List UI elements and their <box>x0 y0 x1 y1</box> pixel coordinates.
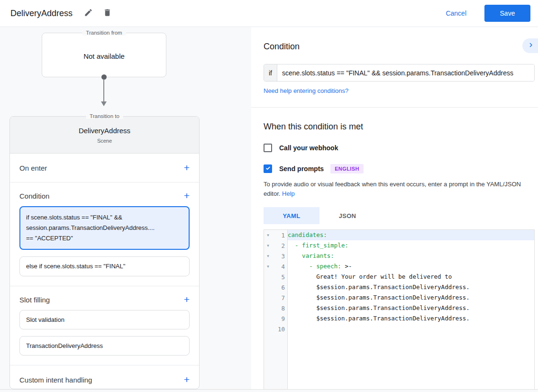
code-line[interactable]: $session.params.TransactionDeliveryAddre… <box>288 292 534 303</box>
slot-card-validation[interactable]: Slot validation <box>19 310 190 329</box>
on-enter-section: On enter + <box>10 154 199 182</box>
send-prompts-checkbox[interactable] <box>264 164 272 173</box>
yaml-code-editor[interactable]: ▾ 1 candidates: ▾ 2 - first_simple: ▾ 3 <box>264 229 535 389</box>
add-custom-intent-button[interactable]: + <box>184 375 190 384</box>
editor-line: ▾ 2 - first_simple: <box>264 240 534 251</box>
line-number: 9 <box>272 315 287 322</box>
line-number: 2 <box>272 242 287 249</box>
code-line[interactable]: $session.params.TransactionDeliveryAddre… <box>288 313 534 324</box>
line-number: 8 <box>272 305 287 312</box>
add-condition-button[interactable]: + <box>184 191 190 200</box>
line-number: 1 <box>272 232 287 239</box>
condition-expression-input[interactable] <box>277 64 534 81</box>
editor-gutter: ▾ 2 <box>264 240 288 251</box>
condition-heading: Condition <box>264 42 538 52</box>
custom-intent-section: Custom intent handling + <box>10 365 199 389</box>
webhook-label[interactable]: Call your webhook <box>279 144 338 152</box>
condition-section: Condition + if scene.slots.status == "FI… <box>10 182 199 286</box>
code-plain: Great! Your order will be delivered to <box>288 273 452 280</box>
fold-caret-icon[interactable]: ▾ <box>264 243 272 248</box>
when-met-heading: When this condition is met <box>264 122 538 132</box>
editor-line: 10 <box>264 324 534 334</box>
code-line[interactable]: candidates: <box>288 230 534 240</box>
editor-line: 6 $session.params.TransactionDeliveryAdd… <box>264 282 534 292</box>
scene-type: Scene <box>10 138 199 144</box>
arrow-down-icon <box>101 101 107 106</box>
add-on-enter-button[interactable]: + <box>184 164 190 172</box>
code-line[interactable] <box>288 324 534 334</box>
editor-filler <box>264 334 534 389</box>
editor-empty-area[interactable] <box>288 334 534 389</box>
page-title: DeliveryAddress <box>10 9 73 18</box>
tab-json[interactable]: JSON <box>319 207 375 224</box>
code-plain: $session.params.TransactionDeliveryAddre… <box>288 304 470 311</box>
edit-button[interactable] <box>82 7 94 19</box>
line-number: 6 <box>272 284 287 291</box>
send-prompts-label[interactable]: Send prompts <box>279 165 324 173</box>
language-badge: ENGLISH <box>330 164 364 173</box>
code-line[interactable]: - first_simple: <box>288 240 534 251</box>
custom-intent-label: Custom intent handling <box>19 376 92 384</box>
fold-caret-icon[interactable]: ▾ <box>264 254 272 258</box>
transition-to-legend: Transition to <box>86 113 123 119</box>
editor-line: ▾ 4 - speech: >- <box>264 261 534 272</box>
editor-line: ▾ 1 candidates: <box>264 230 534 240</box>
page-bottom-strip <box>0 389 538 392</box>
if-prefix-label: if <box>264 64 277 81</box>
code-plain: $session.params.TransactionDeliveryAddre… <box>288 283 470 291</box>
main-content: Transition from Not available Transition… <box>0 27 538 389</box>
code-key: - speech: <box>288 263 341 270</box>
slot-card-delivery-address[interactable]: TransactionDeliveryAddress <box>19 336 190 356</box>
collapse-panel-button[interactable] <box>522 38 538 53</box>
header: DeliveryAddress Cancel Save <box>0 0 538 27</box>
prompts-help-link[interactable]: Help <box>282 190 295 197</box>
condition-card-selected[interactable]: if scene.slots.status == "FINAL" && sess… <box>19 206 190 250</box>
code-line[interactable]: $session.params.TransactionDeliveryAddre… <box>288 282 534 292</box>
editor-line: 9 $session.params.TransactionDeliveryAdd… <box>264 313 534 324</box>
line-number: 5 <box>272 273 287 281</box>
webhook-checkbox[interactable] <box>264 144 272 152</box>
tab-yaml[interactable]: YAML <box>264 207 319 224</box>
fold-caret-icon[interactable]: ▾ <box>264 264 272 269</box>
transition-to-panel: Transition to DeliveryAddress Scene On e… <box>9 116 200 389</box>
transition-from-box: Transition from Not available <box>42 33 166 77</box>
transition-from-value: Not available <box>42 52 166 60</box>
send-prompts-row: Send prompts ENGLISH <box>264 164 538 173</box>
editor-gutter: ▾ 1 <box>264 230 288 240</box>
code-line[interactable]: Great! Your order will be delivered to <box>288 272 534 282</box>
editor-gutter: 9 <box>264 313 288 324</box>
fold-caret-icon[interactable]: ▾ <box>264 233 272 237</box>
editor-gutter: 5 <box>264 272 288 282</box>
on-enter-label: On enter <box>19 164 47 172</box>
editor-gutter: 6 <box>264 282 288 292</box>
editor-gutter: 10 <box>264 324 288 334</box>
code-plain: $session.params.TransactionDeliveryAddre… <box>288 294 470 301</box>
pencil-icon <box>84 8 93 18</box>
scene-graph-pane: Transition from Not available Transition… <box>0 27 251 389</box>
line-number: 10 <box>272 326 287 333</box>
condition-card[interactable]: else if scene.slots.status == "FINAL" <box>19 256 190 276</box>
line-number: 7 <box>272 294 287 301</box>
code-line[interactable]: - speech: >- <box>288 261 534 272</box>
condition-help-link[interactable]: Need help entering conditions? <box>264 87 348 94</box>
save-button[interactable]: Save <box>484 5 530 22</box>
scene-name: DeliveryAddress <box>10 127 199 135</box>
chevron-right-icon <box>527 41 535 51</box>
editor-line: 7 $session.params.TransactionDeliveryAdd… <box>264 292 534 303</box>
code-line[interactable]: variants: <box>288 251 534 261</box>
editor-line: ▾ 3 variants: <box>264 251 534 261</box>
code-line[interactable]: $session.params.TransactionDeliveryAddre… <box>288 303 534 313</box>
code-key: variants: <box>288 252 334 259</box>
delete-button[interactable] <box>101 7 113 19</box>
slot-filling-section: Slot filling + Slot validation Transacti… <box>10 286 199 365</box>
condition-label: Condition <box>19 192 49 200</box>
slot-filling-label: Slot filling <box>19 296 50 304</box>
section-divider <box>251 107 538 108</box>
condition-expression-row: if <box>264 64 535 82</box>
check-icon <box>265 164 271 173</box>
editor-line: 8 $session.params.TransactionDeliveryAdd… <box>264 303 534 313</box>
prompts-description-text: To provide audio or visual feedback when… <box>264 181 521 197</box>
add-slot-button[interactable]: + <box>184 295 190 304</box>
condition-detail-pane: Condition if Need help entering conditio… <box>251 27 538 389</box>
cancel-button[interactable]: Cancel <box>446 9 466 17</box>
